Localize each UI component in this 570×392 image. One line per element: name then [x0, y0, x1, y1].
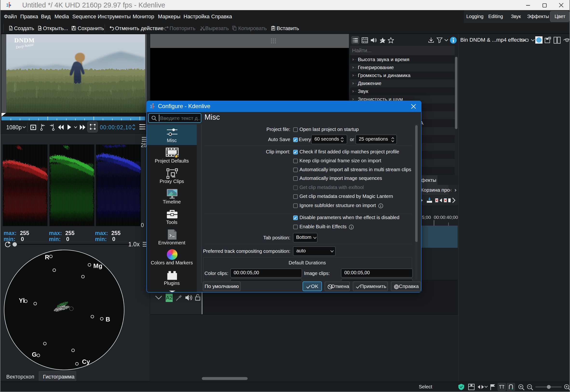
svg-text:G: G	[32, 351, 37, 358]
svg-text:R: R	[45, 253, 49, 261]
svg-text:Mg: Mg	[93, 262, 103, 269]
svg-text:B: B	[105, 316, 110, 323]
svg-text:Cy: Cy	[82, 358, 90, 365]
svg-text:Yl: Yl	[19, 297, 25, 304]
